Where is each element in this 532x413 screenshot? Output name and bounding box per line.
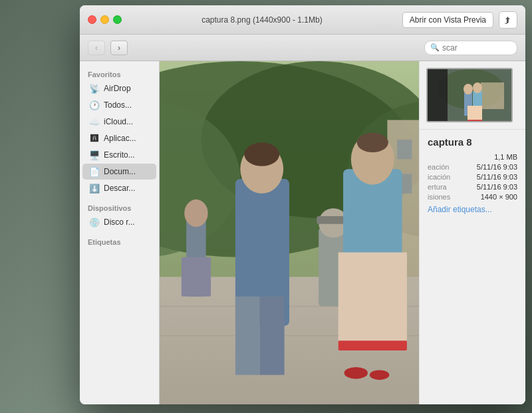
recents-label: Todos... xyxy=(104,100,132,110)
maximize-button[interactable] xyxy=(113,15,122,24)
thumbnail-image xyxy=(428,69,513,122)
title-bar: captura 8.png (1440x900 - 1.1Mb) Abrir c… xyxy=(80,5,525,35)
sidebar-item-icloud[interactable]: ☁️ iCloud... xyxy=(82,114,156,130)
share-icon: ⮭ xyxy=(503,15,513,25)
preview-image xyxy=(160,61,419,404)
documents-icon: 📄 xyxy=(89,166,100,177)
aperture-row: ertura 5/11/16 9:03 xyxy=(428,183,517,191)
svg-point-42 xyxy=(464,84,473,94)
back-button[interactable]: ‹ xyxy=(88,41,105,55)
minimize-button[interactable] xyxy=(100,15,109,24)
airdrop-label: AirDrop xyxy=(104,84,131,93)
desktop-label: Escrito... xyxy=(104,150,135,160)
thumbnail[interactable] xyxy=(426,68,513,122)
favorites-section-title: Favoritos xyxy=(80,68,159,80)
svg-rect-47 xyxy=(428,69,448,122)
desktop-icon: 🖥️ xyxy=(89,150,100,160)
file-name: captura 8 xyxy=(428,136,517,148)
forward-icon: › xyxy=(118,43,120,53)
creation-label: eación xyxy=(428,163,449,171)
forward-button[interactable]: › xyxy=(110,41,128,55)
aperture-label: ertura xyxy=(428,183,447,191)
toolbar: ‹ › 🔍 xyxy=(80,35,525,61)
open-with-preview-button[interactable]: Abrir con Vista Previa xyxy=(402,12,493,28)
sidebar: Favoritos 📡 AirDrop 🕐 Todos... ☁️ iCloud… xyxy=(80,61,160,404)
search-icon: 🔍 xyxy=(430,43,440,52)
sidebar-item-recents[interactable]: 🕐 Todos... xyxy=(82,97,156,113)
downloads-icon: ⬇️ xyxy=(89,183,100,194)
devices-section-title: Dispositivos xyxy=(80,202,159,213)
downloads-label: Descar... xyxy=(104,184,135,193)
svg-point-44 xyxy=(473,82,482,93)
recents-icon: 🕐 xyxy=(89,100,100,110)
image-preview xyxy=(160,61,419,404)
window-body: Favoritos 📡 AirDrop 🕐 Todos... ☁️ iCloud… xyxy=(80,61,525,404)
main-content: captura 8 1,1 MB eación 5/11/16 9:03 ica… xyxy=(160,61,525,404)
modification-row: icación 5/11/16 9:03 xyxy=(428,173,517,181)
right-panel: captura 8 1,1 MB eación 5/11/16 9:03 ica… xyxy=(419,61,525,404)
back-icon: ‹ xyxy=(95,43,98,53)
share-button[interactable]: ⮭ xyxy=(499,11,517,29)
file-info: captura 8 1,1 MB eación 5/11/16 9:03 ica… xyxy=(420,129,525,221)
disk-label: Disco r... xyxy=(104,217,135,227)
icloud-icon: ☁️ xyxy=(89,116,100,127)
modification-value: 5/11/16 9:03 xyxy=(450,173,517,181)
sidebar-item-downloads[interactable]: ⬇️ Descar... xyxy=(82,180,156,196)
creation-row: eación 5/11/16 9:03 xyxy=(428,163,517,171)
sidebar-item-desktop[interactable]: 🖥️ Escrito... xyxy=(82,147,156,163)
svg-rect-46 xyxy=(467,120,482,122)
sidebar-item-disk[interactable]: 💿 Disco r... xyxy=(82,214,156,230)
sidebar-item-documents[interactable]: 📄 Docum... xyxy=(82,164,156,180)
applications-icon: 🅰 xyxy=(89,133,100,144)
dimensions-label: isiones xyxy=(428,193,450,201)
dimensions-value: 1440 × 900 xyxy=(450,193,517,201)
tags-section-title: Etiquetas xyxy=(80,235,159,247)
icloud-label: iCloud... xyxy=(104,117,133,126)
window-title: captura 8.png (1440x900 - 1.1Mb) xyxy=(127,15,397,25)
thumbnail-strip xyxy=(420,61,525,129)
dimensions-row: isiones 1440 × 900 xyxy=(428,193,517,201)
preview-area: captura 8 1,1 MB eación 5/11/16 9:03 ica… xyxy=(160,61,525,404)
airdrop-icon: 📡 xyxy=(89,83,100,94)
modification-label: icación xyxy=(428,173,450,181)
add-tags-link[interactable]: Añadir etiquetas... xyxy=(428,205,517,214)
svg-rect-37 xyxy=(160,61,419,404)
size-value: 1,1 MB xyxy=(428,153,517,161)
sidebar-item-airdrop[interactable]: 📡 AirDrop xyxy=(82,80,156,96)
sidebar-item-applications[interactable]: 🅰 Aplicac... xyxy=(82,130,156,146)
search-input[interactable] xyxy=(442,43,511,53)
disk-icon: 💿 xyxy=(89,217,100,227)
size-row: 1,1 MB xyxy=(428,153,517,161)
window-controls xyxy=(88,15,122,24)
applications-label: Aplicac... xyxy=(104,134,136,143)
finder-window: captura 8.png (1440x900 - 1.1Mb) Abrir c… xyxy=(80,5,525,404)
documents-label: Docum... xyxy=(104,167,136,176)
aperture-value: 5/11/16 9:03 xyxy=(447,183,517,191)
close-button[interactable] xyxy=(88,15,96,24)
creation-value: 5/11/16 9:03 xyxy=(449,163,517,171)
svg-rect-40 xyxy=(481,82,504,109)
search-box: 🔍 xyxy=(424,41,517,55)
